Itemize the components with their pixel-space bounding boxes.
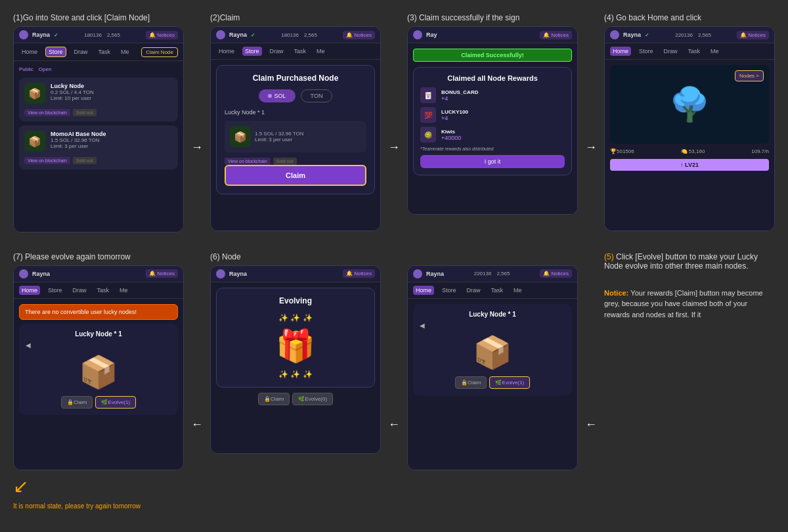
step1-nav: Home Store Draw Task Me Claim Node: [14, 43, 183, 61]
step4-nav-me[interactable]: Me: [708, 47, 722, 56]
step2-blockchain-btn[interactable]: View on blockchain: [225, 158, 271, 165]
step1-momo-price: 1.5 SOL / 32.96 TON: [51, 137, 106, 143]
step5b-nav-draw[interactable]: Draw: [464, 286, 483, 295]
step2-nav-draw[interactable]: Draw: [267, 47, 286, 56]
step3-reward-icon-2: 💯: [420, 107, 436, 123]
step4-stat3: 109.7/h: [751, 148, 769, 154]
step7-nav-draw[interactable]: Draw: [70, 286, 89, 295]
step6-username: Rayna: [229, 271, 247, 277]
step7-node-card: Lucky Node * 1 ◀ 📦 🔒Claim 🌿Evolve(1): [19, 324, 178, 415]
step6-evolve-btn[interactable]: 🌿Evolve(0): [292, 393, 333, 405]
step5-notice-title: Notice:: [604, 289, 630, 297]
step7-nav-me[interactable]: Me: [117, 286, 131, 295]
arrow2-icon: →: [388, 141, 400, 154]
step2-label: (2)Claim: [210, 13, 381, 22]
step1-tab-open[interactable]: Open: [39, 66, 52, 72]
step1-lucky-node: 📦 Lucky Node 0.2 SOL / 4.4 TON Limit: 10…: [19, 78, 178, 122]
step2-notices-btn[interactable]: 🔔 Notices: [343, 31, 375, 39]
step1-lucky-icon: 📦: [24, 83, 45, 104]
step4-gem-val: 2,565: [698, 32, 711, 38]
step2-node-limit: Limit: 3 per user: [255, 137, 304, 143]
step3-phone: Ray 🔔 Notices Claimed Successfully! Clai…: [407, 26, 578, 215]
step5b-claim-btn[interactable]: 🔒Claim: [455, 376, 487, 389]
step1-nav-me[interactable]: Me: [118, 47, 132, 56]
step3-reward-3: 🥝 Kiwis +40000: [420, 127, 565, 143]
arrow3: →: [583, 13, 599, 242]
step7-nav-home[interactable]: Home: [19, 286, 40, 295]
step3-header: Ray 🔔 Notices: [408, 27, 577, 43]
step1-notices-btn[interactable]: 🔔 Notices: [146, 31, 178, 39]
step4-lv-btn[interactable]: ↑ LV21: [610, 159, 769, 171]
step1-label: (1)Go into Store and click [Claim Node]: [13, 13, 184, 22]
arrow-5b-6-icon: ←: [388, 418, 400, 432]
step1-momo-limit: Limit: 3 per user: [51, 143, 106, 149]
step2-nav-task[interactable]: Task: [292, 47, 309, 56]
step1-claim-node-btn[interactable]: Claim Node: [141, 47, 178, 57]
step7-nav-store[interactable]: Store: [45, 286, 65, 295]
step5b-nav-store[interactable]: Store: [439, 286, 459, 295]
step5b-evolve-btn[interactable]: 🌿Evolve(1): [489, 376, 530, 389]
step6-notices-btn[interactable]: 🔔 Notices: [343, 269, 375, 278]
step3-reward-1: 🃏 BONUS_CARD +4: [420, 87, 565, 103]
step4-nav-draw[interactable]: Draw: [661, 47, 680, 56]
step3-notices-btn[interactable]: 🔔 Notices: [540, 31, 572, 39]
step4-nav-home[interactable]: Home: [610, 47, 631, 56]
step4-header: Rayna ✓ 220136 2,565 🔔 Notices: [605, 27, 774, 43]
step1-nav-store[interactable]: Store: [45, 47, 66, 57]
step2-token-selector: SOL TON: [225, 89, 366, 102]
step6-claim-btn[interactable]: 🔒Claim: [258, 393, 290, 405]
step5b-notices-btn[interactable]: 🔔 Notices: [540, 269, 572, 278]
step4-nav-store[interactable]: Store: [636, 47, 656, 56]
step4-wrapper: (4) Go back Home and click Rayna ✓ 22013…: [604, 13, 775, 231]
step4-nav-task[interactable]: Task: [686, 47, 703, 56]
step5-notice-box: Notice: Your rewards [Claim] button may …: [604, 281, 775, 327]
step1-momo-icon: 📦: [24, 131, 45, 152]
step7-left-arrow[interactable]: ◀: [26, 342, 31, 349]
step7-evolve-btn[interactable]: 🌿Evolve(1): [95, 396, 136, 409]
step3-avatar: [413, 30, 422, 39]
step2-sold-btn: Sold out: [273, 158, 297, 165]
step5b-left-arrow[interactable]: ◀: [420, 322, 425, 329]
step1-tab-public[interactable]: Public: [19, 66, 33, 72]
step5b-nav-task[interactable]: Task: [489, 286, 506, 295]
step2-nav-me[interactable]: Me: [314, 47, 328, 56]
step1-blockchain-btn-1[interactable]: View on blockchain: [24, 109, 70, 116]
step3-got-it-btn[interactable]: I got it: [420, 155, 565, 168]
step2-coin-val: 180136: [281, 32, 299, 38]
step3-reward-name-1: BONUS_CARD: [441, 89, 478, 95]
step1-blockchain-btn-2[interactable]: View on blockchain: [24, 157, 70, 164]
step1-lucky-node-top: 📦 Lucky Node 0.2 SOL / 4.4 TON Limit: 10…: [24, 83, 173, 104]
step4-notices-btn[interactable]: 🔔 Notices: [737, 31, 769, 39]
step5-main-text: Click [Evolve] button to make your Lucky…: [604, 252, 758, 271]
step7-claim-btn[interactable]: 🔒Claim: [61, 396, 93, 409]
step1-lucky-btns: View on blockchain Sold out: [24, 109, 173, 116]
step5b-nav-home[interactable]: Home: [413, 286, 434, 295]
step2-ton-btn[interactable]: TON: [301, 89, 333, 102]
step2-avatar: [216, 30, 225, 39]
step4-stat2: 🍋 53,160: [681, 148, 705, 154]
step2-sol-btn[interactable]: SOL: [259, 89, 296, 102]
step7-notices-btn[interactable]: 🔔 Notices: [146, 269, 178, 278]
arrow-4-5: ←: [583, 252, 599, 520]
step5b-label: [407, 252, 578, 261]
step5b-coin-val: 220136: [474, 271, 492, 277]
step2-nav-home[interactable]: Home: [216, 47, 237, 56]
step4-game-area: 🌳 Nodes >: [610, 65, 769, 144]
step6-evolving-dialog: Evolving ✨ ✨ ✨ 🎁 ✨ ✨ ✨: [216, 288, 375, 388]
step1-nav-home[interactable]: Home: [19, 47, 40, 56]
step4-phone: Rayna ✓ 220136 2,565 🔔 Notices Home Stor…: [604, 26, 775, 231]
step4-nodes-btn[interactable]: Nodes >: [735, 70, 764, 81]
step7-phone: Rayna 🔔 Notices Home Store Draw Task Me …: [13, 265, 184, 470]
step6-gift-icon: 🎁: [225, 328, 366, 365]
step1-nav-task[interactable]: Task: [96, 47, 114, 56]
step5b-node-image: 📦: [420, 334, 565, 371]
step7-nav-task[interactable]: Task: [95, 286, 112, 295]
step2-nav-store[interactable]: Store: [242, 47, 262, 56]
step1-nav-draw[interactable]: Draw: [72, 47, 91, 56]
step5b-nav-me[interactable]: Me: [511, 286, 525, 295]
step3-reward-amount-3: +40000: [441, 135, 461, 141]
step6-avatar: [216, 269, 225, 278]
step3-wrapper: (3) Claim successfully if the sign Ray 🔔…: [407, 13, 578, 215]
step2-big-claim-btn[interactable]: Claim: [225, 165, 366, 186]
step2-phone: Rayna ✓ 180136 2,565 🔔 Notices Home Stor…: [210, 26, 381, 231]
